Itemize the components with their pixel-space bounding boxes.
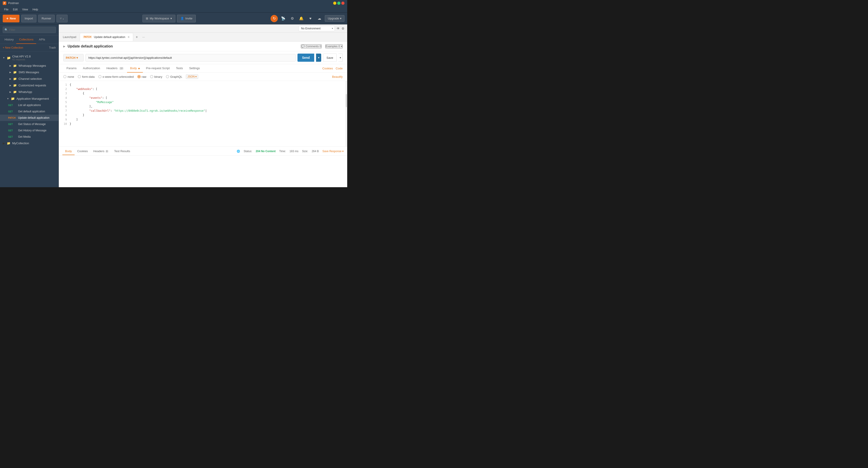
upgrade-button[interactable]: Upgrade ▾ [325,15,344,22]
method-label: PATCH [66,56,75,59]
env-eye-button[interactable]: 👁 [337,27,340,30]
collapse-icon[interactable]: ▶ [63,45,65,48]
request-item-get-default-application[interactable]: GET Get default application [0,108,59,115]
close-button[interactable]: ✕ [341,2,344,5]
search-input[interactable] [3,27,56,33]
method-badge-get: GET [8,123,16,125]
beautify-button[interactable]: Beautify [332,75,343,79]
tab-close-button[interactable]: ✕ [127,35,130,39]
heart-button[interactable]: ♥ [307,15,314,22]
menu-view[interactable]: View [20,7,30,12]
new-collection-button[interactable]: + New Collection [3,46,23,49]
chevron-down-icon: ▼ [3,57,5,59]
save-dropdown-button[interactable]: ▾ [338,54,343,62]
sidebar-item-channel-selection[interactable]: ▶ 📁 Channel selection [0,75,59,82]
send-button[interactable]: Send [298,54,314,62]
comments-button[interactable]: 💬 Comments 0 [301,44,322,49]
request-item-get-history-of-message[interactable]: GET Get History of Message [0,127,59,134]
my-collection-label: MyCollection [12,142,29,145]
more-icon[interactable]: ··· [54,97,56,100]
toolbar-right: ↻ 📡 ⚙ 🔔 ♥ ☁ Upgrade ▾ [271,15,344,22]
cookies-link[interactable]: Cookies [322,67,333,70]
env-bar: No Environment ▾ 👁 ⚙ [59,24,347,33]
resp-tab-test-results[interactable]: Test Results [112,148,133,155]
resp-tab-headers[interactable]: Headers 8 [91,148,112,155]
fork-button[interactable]: ⑂ ▾ [57,15,68,22]
url-input[interactable] [86,54,296,62]
request-meta: 💬 Comments 0 Examples 0 ▾ [301,44,343,49]
tab-body[interactable]: Body [127,64,143,72]
collection-count: 41 requests [12,58,56,61]
tab-authorization[interactable]: Authorization [80,64,103,72]
tab-apis[interactable]: APIs [36,35,48,44]
method-select[interactable]: PATCH ▾ [63,54,84,62]
invite-button[interactable]: 👤 Invite [177,15,196,22]
workspace-button[interactable]: ⊞ My Workspace ▾ [143,15,176,22]
trash-button[interactable]: Trash [49,46,56,49]
cloud-button[interactable]: ☁ [316,15,323,22]
code-line-8: 8 } [62,113,344,117]
chevron-right-icon: ▶ [9,77,11,80]
code-link[interactable]: Code [336,67,343,70]
radio-binary[interactable]: binary [150,75,162,79]
tab-params[interactable]: Params [63,64,80,72]
sidebar-item-whatsapp-messages[interactable]: ▶ 📁 Whatsapp Messages [0,62,59,69]
bell-button[interactable]: 🔔 [298,15,305,22]
menu-help[interactable]: Help [30,7,40,12]
send-dropdown-button[interactable]: ▾ [316,54,321,62]
radio-form-data[interactable]: form-data [78,75,95,79]
collection-header-item[interactable]: ▼ 📁 Chat API V2.8 41 requests [0,53,59,62]
save-response-button[interactable]: Save Response ▾ [322,150,344,153]
new-button[interactable]: + New [3,15,20,22]
tab-tests[interactable]: Tests [173,64,186,72]
tab-update-default-application[interactable]: PATCH Update default application ✕ [80,33,133,41]
tab-history[interactable]: History [2,35,16,44]
tab-collections[interactable]: Collections [16,35,36,44]
request-item-list-all-applications[interactable]: GET List all applications [0,102,59,108]
sidebar-item-whatsapp[interactable]: ▶ 📁 WhatsApp [0,89,59,95]
import-button[interactable]: Import [21,15,36,22]
person-icon: 👤 [180,17,184,20]
request-item-get-status-of-message[interactable]: GET Get Status of Message [0,121,59,127]
sidebar-item-sms-messages[interactable]: ▶ 📁 SMS Messages [0,69,59,75]
radio-url-encoded[interactable]: x-www-form-urlencoded [98,75,134,79]
settings-button[interactable]: ⚙ [289,15,296,22]
globe-icon: 🌐 [237,150,240,153]
examples-button[interactable]: Examples 0 ▾ [325,44,343,49]
sidebar-item-application-management[interactable]: ▼ 📁 Application Management ··· [0,95,59,102]
tab-launchpad[interactable]: Launchpad [60,33,79,41]
refresh-button[interactable]: ↻ [271,15,278,22]
plus-icon: + [6,17,8,21]
sidebar-item-my-collection[interactable]: ▶ 📁 MyCollection [0,140,59,147]
sidebar-item-customized-requests[interactable]: ▶ 📁 Customized requests [0,82,59,89]
resp-tab-cookies[interactable]: Cookies [74,148,91,155]
radio-none[interactable]: none [63,75,74,79]
tab-headers[interactable]: Headers 10 [103,64,127,72]
runner-button[interactable]: Runner [38,15,55,22]
radio-raw[interactable]: raw [137,75,147,79]
chevron-right-icon: ▶ [3,142,5,145]
menu-file[interactable]: File [2,7,11,12]
request-item-update-default-application[interactable]: PATCH Update default application [0,115,59,121]
maximize-button[interactable]: □ [337,2,340,5]
tab-more-button[interactable]: ··· [141,34,147,40]
scrollbar[interactable] [345,81,347,147]
comment-icon: 💬 [301,45,305,48]
menu-edit[interactable]: Edit [11,7,20,12]
tab-pre-request-script[interactable]: Pre-request Script [143,64,173,72]
save-button[interactable]: Save [323,54,337,62]
tab-add-button[interactable]: + [133,34,140,40]
request-tab-right: Cookies Code [322,67,343,70]
radio-graphql[interactable]: GraphQL [166,75,182,79]
radio-circle-raw [137,75,141,78]
format-select[interactable]: JSON ▾ [186,74,198,79]
resp-tab-body[interactable]: Body [62,148,74,155]
code-editor[interactable]: 1 { 2 "webhooks": [ 3 { 4 "events": [ 5 [59,81,347,147]
tab-settings[interactable]: Settings [186,64,203,72]
minimize-button[interactable]: – [333,2,336,5]
environment-select[interactable]: No Environment [299,26,335,31]
main-layout: 🔍 History Collections APIs + New Collect… [0,24,347,187]
radio-button[interactable]: 📡 [280,15,287,22]
env-settings-button[interactable]: ⚙ [342,27,344,30]
request-item-get-media[interactable]: GET Get Media [0,134,59,140]
